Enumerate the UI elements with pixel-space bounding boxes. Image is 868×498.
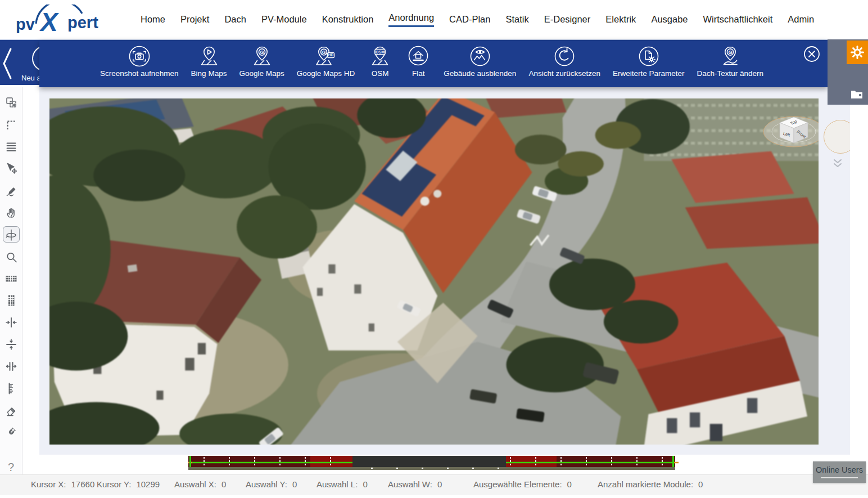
logo-pert: pert xyxy=(67,14,98,32)
main-content-panel: Top Left Front xyxy=(39,87,850,455)
sidebar-tool-rotate-view[interactable] xyxy=(3,226,20,243)
screenshot-label: Screenshot aufnehmen xyxy=(100,69,179,78)
flat-house-icon xyxy=(405,43,431,69)
back-chevron-icon xyxy=(2,47,13,80)
sidebar-tool-snap-magnet[interactable] xyxy=(3,424,19,439)
nav-anordnung[interactable]: Anordnung xyxy=(388,12,434,27)
settings-button[interactable] xyxy=(847,41,868,64)
magnet-icon xyxy=(4,425,18,439)
logo-x: X xyxy=(40,7,58,37)
online-users-label: Online Users xyxy=(816,465,863,474)
svg-text:HD: HD xyxy=(328,53,334,57)
aerial-3d-viewport[interactable]: Top Left Front xyxy=(49,98,819,445)
sidebar-tool-eraser[interactable] xyxy=(3,402,19,418)
bing-map-pin-icon xyxy=(196,43,222,69)
google-map-pin-hd-icon: G HD xyxy=(313,43,338,69)
back-button[interactable] xyxy=(2,47,13,80)
nav-konstruktion[interactable]: Konstruktion xyxy=(322,14,374,26)
sidebar-tool-select-area[interactable] xyxy=(3,95,19,110)
eraser-icon xyxy=(4,403,18,417)
roof-texture-pin-icon: G xyxy=(717,43,743,69)
sidebar-tool-zoom[interactable] xyxy=(3,249,19,264)
hide-buildings-label: Gebäude ausblenden xyxy=(444,69,516,78)
sidebar-tool-module-grid-vertical[interactable] xyxy=(3,293,19,308)
nav-dach[interactable]: Dach xyxy=(224,14,246,26)
nav-admin[interactable]: Admin xyxy=(788,14,814,26)
module-grid-horizontal-icon xyxy=(4,272,18,285)
align-horizontal-center-icon xyxy=(4,316,18,329)
sidebar-tool-pan-hand[interactable] xyxy=(3,204,19,219)
roof-texture-label: Dach-Textur ändern xyxy=(697,69,763,78)
align-vertical-center-icon xyxy=(4,338,18,351)
nav-pv-module[interactable]: PV-Module xyxy=(261,14,307,26)
select-move-icon xyxy=(4,161,18,175)
close-icon xyxy=(803,46,820,62)
view-navigation-cube[interactable]: Top Left Front xyxy=(762,113,819,150)
nav-statik[interactable]: Statik xyxy=(505,14,528,26)
scroll-down-control[interactable] xyxy=(832,158,843,168)
hide-buildings-eye-icon xyxy=(467,43,493,69)
google-maps-label: Google Maps xyxy=(239,69,284,78)
sidebar-tool-distribute-horizontal[interactable] xyxy=(3,359,19,374)
layer-list-icon xyxy=(4,140,18,153)
app-header: pv X pert Home Projekt Dach PV-Module Ko… xyxy=(0,0,868,39)
sidebar-tool-help[interactable]: ? xyxy=(3,460,19,475)
sidebar-tool-module-grid-horizontal[interactable] xyxy=(3,271,19,286)
osm-button[interactable]: OSM OSM xyxy=(367,43,393,78)
svg-text:OSM: OSM xyxy=(376,50,385,54)
pencil-icon xyxy=(4,183,18,197)
bing-maps-label: Bing Maps xyxy=(191,69,227,78)
sidebar-tool-ruler[interactable] xyxy=(3,380,19,396)
status-bar: Kursor X:17660 Kursor Y:10299 Auswahl X:… xyxy=(0,474,868,495)
sidebar-tool-draw-freehand[interactable] xyxy=(3,183,19,198)
sidebar-tool-layer-list[interactable] xyxy=(3,139,19,154)
sidebar-tool-align-vertical-center[interactable] xyxy=(3,337,19,352)
svg-text:G: G xyxy=(260,50,264,55)
osm-label: OSM xyxy=(372,69,389,78)
sidebar-tool-align-horizontal-center[interactable] xyxy=(3,315,19,330)
osm-map-pin-icon: OSM xyxy=(367,43,393,69)
status-auswahl-y: Auswahl Y:0 xyxy=(246,479,297,489)
advanced-parameters-button[interactable]: Erweiterte Parameter xyxy=(613,43,685,78)
sidebar-tool-measure-corner[interactable] xyxy=(3,117,19,132)
module-grid-vertical-icon xyxy=(4,294,18,307)
hide-buildings-button[interactable]: Gebäude ausblenden xyxy=(444,43,516,78)
nav-elektrik[interactable]: Elektrik xyxy=(605,14,636,26)
logo-pv: pv xyxy=(16,15,35,34)
reset-view-icon xyxy=(551,43,577,69)
gear-icon xyxy=(850,45,865,60)
status-anzahl-markierte-module: Anzahl markierte Module:0 xyxy=(598,479,703,489)
ruler-icon xyxy=(4,382,18,395)
nav-wirtschaftlichkeit[interactable]: Wirtschaftlichkeit xyxy=(703,14,773,26)
nav-e-designer[interactable]: E-Designer xyxy=(544,14,591,26)
roof-texture-button[interactable]: G Dach-Textur ändern xyxy=(697,43,763,78)
sidebar-tool-select-move[interactable] xyxy=(3,161,19,176)
double-chevron-down-icon xyxy=(832,158,843,168)
reset-view-label: Ansicht zurücksetzen xyxy=(528,69,600,78)
screenshot-button[interactable]: Screenshot aufnehmen xyxy=(100,43,179,78)
help-icon: ? xyxy=(8,461,14,474)
main-nav: Home Projekt Dach PV-Module Konstruktion… xyxy=(141,0,814,39)
nav-home[interactable]: Home xyxy=(141,14,165,26)
pvxpert-app: pv X pert Home Projekt Dach PV-Module Ko… xyxy=(0,0,868,498)
reset-view-button[interactable]: Ansicht zurücksetzen xyxy=(528,43,600,78)
status-kursor-y: Kursor Y:10299 xyxy=(97,479,160,489)
nav-cad-plan[interactable]: CAD-Plan xyxy=(449,14,490,26)
project-folder-button[interactable] xyxy=(850,89,864,100)
bing-maps-button[interactable]: Bing Maps xyxy=(191,43,227,78)
shading-timeline-scrubber[interactable] xyxy=(188,456,679,471)
close-popup-button[interactable] xyxy=(803,46,820,62)
hidden-button-label: Neu a xyxy=(21,74,41,82)
folder-gear-icon xyxy=(850,89,864,100)
map-tools-popup: Screenshot aufnehmen Bing Maps G Google … xyxy=(39,41,828,87)
nav-projekt[interactable]: Projekt xyxy=(180,14,209,26)
nav-ausgabe[interactable]: Ausgabe xyxy=(651,14,688,26)
status-kursor-x: Kursor X:17660 xyxy=(31,479,94,489)
flat-view-button[interactable]: Flat xyxy=(405,43,431,78)
advanced-parameters-icon xyxy=(636,43,662,69)
online-users-button[interactable]: Online Users xyxy=(813,461,866,483)
google-maps-button[interactable]: G Google Maps xyxy=(239,43,284,78)
status-auswahl-w: Auswahl W:0 xyxy=(388,479,442,489)
google-maps-hd-button[interactable]: G HD Google Maps HD xyxy=(297,43,355,78)
status-auswahl-x: Auswahl X:0 xyxy=(174,479,226,489)
